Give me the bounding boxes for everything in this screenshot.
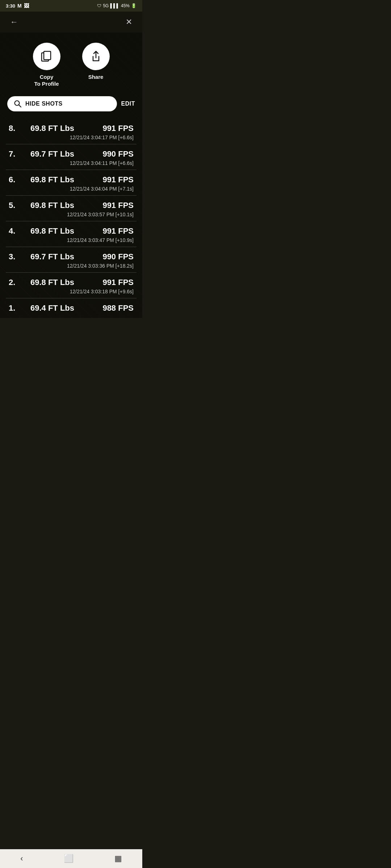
shot-energy: 69.7 FT Lbs (25, 252, 102, 261)
shot-energy: 69.8 FT Lbs (25, 278, 102, 287)
status-bar: 3:30 M 🖼 🛡 5G ▌▌▌ 45% 🔋 (0, 0, 142, 12)
shot-fps: 991 FPS (102, 226, 134, 236)
shot-energy: 69.8 FT Lbs (25, 124, 102, 133)
shot-number: 6. (9, 175, 25, 184)
close-button[interactable]: ✕ (123, 16, 135, 28)
shot-energy: 69.8 FT Lbs (25, 175, 102, 184)
status-left: 3:30 M 🖼 (6, 3, 29, 9)
table-row[interactable]: 8.69.8 FT Lbs991 FPS12/21/24 3:04:17 PM … (6, 119, 136, 144)
main-content: CopyTo Profile Share HIDE SHOTS EDIT 8 (0, 33, 142, 318)
svg-line-3 (19, 105, 21, 107)
table-row[interactable]: 7.69.7 FT Lbs990 FPS12/21/24 3:04:11 PM … (6, 144, 136, 170)
svg-rect-1 (44, 51, 51, 60)
edit-button[interactable]: EDIT (121, 101, 135, 107)
status-time: 3:30 (6, 3, 15, 9)
copy-to-profile-button[interactable]: CopyTo Profile (33, 43, 60, 88)
shot-number: 8. (9, 124, 25, 133)
shot-datetime: 12/21/24 3:03:36 PM [+18.2s] (9, 263, 134, 269)
table-row[interactable]: 6.69.8 FT Lbs991 FPS12/21/24 3:04:04 PM … (6, 170, 136, 196)
table-row[interactable]: 2.69.8 FT Lbs991 FPS12/21/24 3:03:18 PM … (6, 273, 136, 298)
copy-label: CopyTo Profile (34, 74, 59, 88)
hide-shots-button[interactable]: HIDE SHOTS (7, 96, 117, 111)
table-row[interactable]: 5.69.8 FT Lbs991 FPS12/21/24 3:03:57 PM … (6, 196, 136, 221)
shot-datetime: 12/21/24 3:03:18 PM [+9.6s] (9, 289, 134, 294)
back-button[interactable]: ← (7, 16, 21, 28)
share-circle (82, 43, 110, 70)
gmail-icon: M (17, 3, 22, 9)
shot-fps: 988 FPS (102, 303, 134, 313)
share-button[interactable]: Share (82, 43, 110, 88)
shot-number: 1. (9, 303, 25, 313)
status-right: 🛡 5G ▌▌▌ 45% 🔋 (97, 3, 136, 8)
signal-icon: ▌▌▌ (110, 3, 119, 8)
table-row[interactable]: 1.69.4 FT Lbs988 FPS (6, 298, 136, 318)
search-row: HIDE SHOTS EDIT (0, 93, 142, 119)
share-icon (89, 50, 102, 63)
battery-icon: 🔋 (131, 3, 136, 8)
hide-shots-label: HIDE SHOTS (25, 101, 63, 107)
action-row: CopyTo Profile Share (0, 33, 142, 93)
table-row[interactable]: 4.69.8 FT Lbs991 FPS12/21/24 3:03:47 PM … (6, 221, 136, 247)
shot-number: 3. (9, 252, 25, 261)
shot-energy: 69.8 FT Lbs (25, 201, 102, 210)
copy-circle (33, 43, 60, 70)
shield-icon: 🛡 (97, 3, 101, 8)
shot-number: 7. (9, 149, 25, 159)
shot-energy: 69.7 FT Lbs (25, 149, 102, 159)
shot-datetime: 12/21/24 3:04:11 PM [+6.6s] (9, 160, 134, 166)
copy-icon (40, 50, 53, 63)
shot-datetime: 12/21/24 3:03:47 PM [+10.9s] (9, 237, 134, 243)
shot-number: 2. (9, 278, 25, 287)
shot-fps: 990 FPS (102, 252, 134, 261)
shot-energy: 69.8 FT Lbs (25, 226, 102, 236)
search-icon (14, 100, 22, 108)
shot-number: 4. (9, 226, 25, 236)
table-row[interactable]: 3.69.7 FT Lbs990 FPS12/21/24 3:03:36 PM … (6, 247, 136, 273)
shot-fps: 991 FPS (102, 124, 134, 133)
photo-icon: 🖼 (24, 3, 29, 9)
shot-datetime: 12/21/24 3:04:04 PM [+7.1s] (9, 186, 134, 192)
shot-datetime: 12/21/24 3:03:57 PM [+10.1s] (9, 212, 134, 217)
battery-label: 45% (121, 3, 130, 8)
shot-energy: 69.4 FT Lbs (25, 303, 102, 313)
shot-fps: 990 FPS (102, 149, 134, 159)
shot-fps: 991 FPS (102, 201, 134, 210)
shot-fps: 991 FPS (102, 175, 134, 184)
nav-bar: ← ✕ (0, 12, 142, 33)
shot-fps: 991 FPS (102, 278, 134, 287)
share-label: Share (88, 74, 104, 81)
shot-datetime: 12/21/24 3:04:17 PM [+6.6s] (9, 135, 134, 140)
shots-list: 8.69.8 FT Lbs991 FPS12/21/24 3:04:17 PM … (0, 119, 142, 318)
shot-number: 5. (9, 201, 25, 210)
network-label: 5G (103, 3, 109, 8)
